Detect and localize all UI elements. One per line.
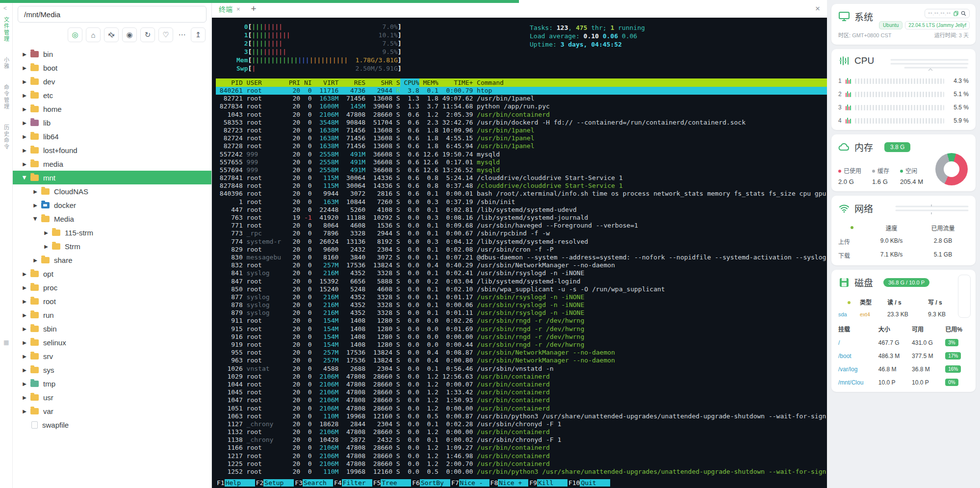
caret-icon[interactable]: ▶: [20, 120, 29, 126]
process-row[interactable]: 1127_chrony2001862828442304S0.00.10:02.2…: [216, 420, 827, 428]
process-row[interactable]: 763root19-1419201118810292S0.00.30:08.16…: [216, 214, 827, 222]
caret-icon[interactable]: ▶: [33, 214, 38, 224]
fn-setup[interactable]: F2Setup: [255, 479, 294, 487]
process-row[interactable]: 963root200257M1753613824S0.00.40:00.80/u…: [216, 357, 827, 364]
caret-icon[interactable]: ▶: [41, 230, 51, 235]
process-row[interactable]: 1045root2002106M4780828660S0.01.21:33.42…: [216, 388, 827, 396]
process-row[interactable]: 771root200806446081536S0.00.10:09.68/usr…: [216, 222, 827, 230]
tree-item-115-strm[interactable]: ▶115-strm: [13, 226, 211, 239]
process-row[interactable]: 447root2002244852604108S0.00.10:02.81/li…: [216, 206, 827, 214]
refresh-icon[interactable]: ↻: [140, 27, 155, 42]
rail-grid-icon[interactable]: ▦: [3, 339, 9, 346]
caret-icon[interactable]: ▶: [20, 367, 29, 373]
process-row[interactable]: 955root200257M1753613824S0.00.40:08.87/u…: [216, 349, 827, 357]
process-row[interactable]: 5572429992002558M491M36608S0.612.619:50.…: [216, 151, 827, 158]
caret-icon[interactable]: ▶: [41, 244, 51, 249]
process-row[interactable]: 827848root200115M3006414336S0.60.80:37.4…: [216, 182, 827, 190]
caret-icon[interactable]: ▶: [20, 51, 29, 57]
caret-icon[interactable]: ▶: [20, 326, 29, 332]
col-TIME+[interactable]: TIME+: [438, 78, 473, 87]
fn-quit[interactable]: F10Quit: [567, 479, 610, 487]
col-CPU%[interactable]: CPU%: [400, 78, 419, 87]
tree-item-share[interactable]: ▶share: [13, 253, 211, 267]
terminal-panel-close-icon[interactable]: ×: [815, 4, 820, 14]
locate-icon[interactable]: ◎: [68, 27, 82, 42]
process-row[interactable]: 773_rpc200789633282944S0.00.10:00.67/sbi…: [216, 230, 827, 237]
fn-nice[interactable]: F8Nice +: [490, 479, 529, 487]
process-row[interactable]: 1029root2002106M4780828660S0.01.212:56.6…: [216, 373, 827, 381]
tree-item-opt[interactable]: ▶opt: [13, 267, 211, 281]
tree-item-etc[interactable]: ▶etc: [13, 88, 211, 102]
col-SHR[interactable]: SHR: [365, 78, 392, 87]
caret-icon[interactable]: ▶: [20, 93, 29, 98]
caret-icon[interactable]: ▶: [20, 106, 29, 112]
tree-item-CloudNAS[interactable]: ▶CloudNAS: [13, 184, 211, 198]
tree-item-Media[interactable]: ▶Media: [13, 212, 211, 226]
upload-icon[interactable]: ↥: [191, 27, 206, 42]
process-row[interactable]: 915root200154M14081280S0.00.00:01.69/usr…: [216, 325, 827, 333]
tree-item-run[interactable]: ▶run: [13, 308, 211, 322]
process-row[interactable]: 877syslog200216M43523328S0.00.10:01.17/u…: [216, 293, 827, 301]
process-row[interactable]: 1root200163M108447260S0.00.30:37.19/sbin…: [216, 198, 827, 206]
fn-kill[interactable]: F9Kill: [528, 479, 567, 487]
rail-tab-item[interactable]: 历史命令: [2, 125, 10, 150]
fn-tree[interactable]: F5Tree: [372, 479, 412, 487]
tree-item-srv[interactable]: ▶srv: [13, 349, 211, 363]
caret-icon[interactable]: ▶: [30, 203, 40, 208]
process-row[interactable]: 774systemd-r20026024131368192S0.00.30:04…: [216, 238, 827, 246]
caret-icon[interactable]: ▶: [20, 395, 29, 400]
fn-filter[interactable]: F4Filter: [333, 479, 372, 487]
caret-icon[interactable]: ▶: [20, 148, 29, 153]
process-row[interactable]: 82723root2001638M7145613608S0.61.810:09.…: [216, 127, 827, 134]
tree-item-Strm[interactable]: ▶Strm: [13, 239, 211, 253]
col-NI[interactable]: NI: [300, 78, 311, 87]
caret-icon[interactable]: ▶: [20, 271, 29, 277]
caret-icon[interactable]: ▶: [20, 354, 29, 359]
rail-tab-active[interactable]: 文件管理: [2, 17, 10, 42]
server-ip-box[interactable]: **.**.**.**: [925, 9, 970, 18]
mount-path[interactable]: /var/log: [838, 366, 878, 373]
tree-item-proc[interactable]: ▶proc: [13, 281, 211, 294]
tree-item-swapfile[interactable]: swapfile: [13, 418, 211, 432]
new-tab-button[interactable]: +: [251, 3, 257, 14]
col-PID[interactable]: PID: [216, 78, 243, 87]
process-row[interactable]: 1252root200110M1996812160S0.00.50:00.00/…: [216, 468, 827, 476]
caret-icon[interactable]: ▶: [30, 257, 40, 263]
process-row[interactable]: 1063root200110M1996812160S0.00.50:00.87/…: [216, 412, 827, 420]
process-row[interactable]: 1217root2002106M4780828660S0.01.21:46.98…: [216, 452, 827, 460]
tree-item-boot[interactable]: ▶boot: [13, 61, 211, 75]
mount-path[interactable]: /boot: [838, 353, 878, 360]
caret-icon[interactable]: ▶: [20, 79, 29, 84]
process-row[interactable]: 1043root2002106M4780828660S0.61.22:05.39…: [216, 111, 827, 119]
process-row[interactable]: 847root2001539266565888S0.00.20:03.04/li…: [216, 278, 827, 285]
process-row[interactable]: 1026vnstat200458826882304S0.00.10:56.46/…: [216, 365, 827, 373]
tree-item-lib64[interactable]: ▶lib64: [13, 129, 211, 143]
collapse-all-icon[interactable]: ⇄: [104, 27, 119, 42]
mount-path[interactable]: /mnt/Clou: [838, 379, 878, 386]
process-row[interactable]: 919root200154M14081280S0.00.00:00.44/usr…: [216, 341, 827, 349]
process-row[interactable]: 1138_chrony2001042828722432S0.00.10:00.0…: [216, 436, 827, 444]
process-row[interactable]: 5576559992002558M491M36608S0.612.60:17.0…: [216, 158, 827, 166]
caret-icon[interactable]: ▶: [20, 285, 29, 290]
process-table-header[interactable]: PIDUSERPRINIVIRTRESSHRSCPU%MEM%TIME+Comm…: [216, 78, 827, 87]
caret-icon[interactable]: ▶: [20, 381, 29, 386]
caret-icon[interactable]: ▶: [20, 340, 29, 345]
path-input[interactable]: [18, 6, 206, 23]
tab-close-icon[interactable]: ×: [236, 5, 240, 13]
tab-terminal[interactable]: 终端 ×: [219, 4, 240, 14]
caret-icon[interactable]: ▶: [20, 299, 29, 304]
col-S[interactable]: S: [392, 78, 400, 87]
caret-icon[interactable]: ▶: [20, 312, 29, 318]
process-row[interactable]: 1044root2002106M4780828660S0.01.20:00.07…: [216, 381, 827, 388]
process-row[interactable]: 82721root2001638M7145613608S1.31.849:07.…: [216, 95, 827, 103]
tree-item-lib[interactable]: ▶lib: [13, 116, 211, 129]
process-row[interactable]: 1166root2002106M4780828660S0.01.21:09.27…: [216, 444, 827, 452]
process-row[interactable]: 1051root2002106M4780828660S0.01.20:00.00…: [216, 405, 827, 412]
fn-help[interactable]: F1Help: [216, 479, 255, 487]
preview-icon[interactable]: ◉: [122, 27, 137, 42]
tree-item-docker[interactable]: ▶docker: [13, 198, 211, 212]
tree-item-tmp[interactable]: ▶tmp: [13, 377, 211, 390]
col-VIRT[interactable]: VIRT: [312, 78, 339, 87]
tree-item-lost+found[interactable]: ▶lost+found: [13, 143, 211, 157]
process-row[interactable]: 911root200154M14081280S0.00.00:02.26/usr…: [216, 317, 827, 325]
